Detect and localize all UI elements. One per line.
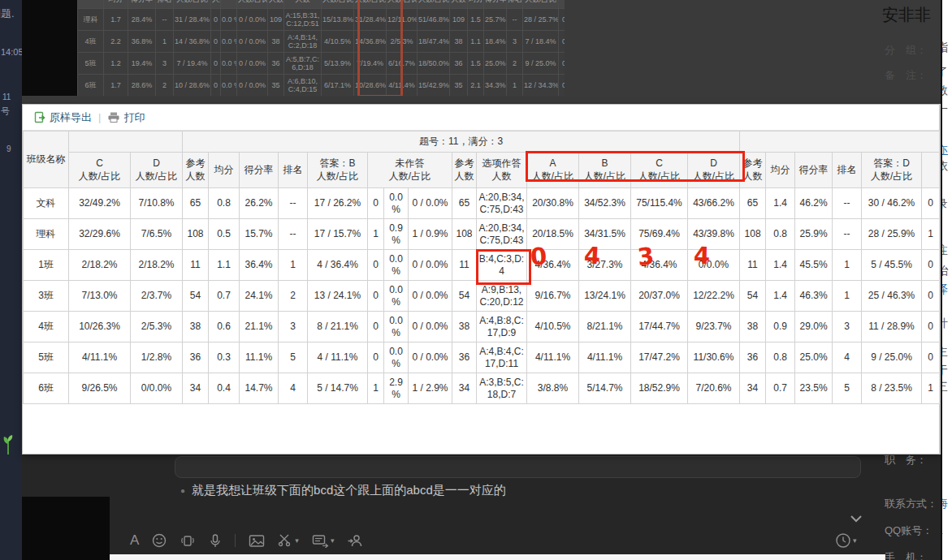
clipped-page-text[interactable]: 主 xyxy=(941,345,948,360)
bg-table-cell: 0 xyxy=(559,75,565,97)
table-cell: 9/26.5% xyxy=(69,373,131,404)
table-cell: 11 / 28.9% xyxy=(862,312,922,342)
table-cell: 36 xyxy=(740,342,766,373)
export-original-button[interactable]: 原样导出 xyxy=(29,110,97,125)
class-name-cell: 3班 xyxy=(24,281,69,312)
table-cell: 4/36.4% xyxy=(631,250,688,281)
table-cell: 0.4 xyxy=(209,373,240,404)
bg-column-header: 均分 xyxy=(468,0,484,9)
chat-message: ● 就是我想让班级下面的bcd这个跟上面的abcd是一一对应的 xyxy=(180,483,506,498)
table-row: 理科32/29.6%7/6.5%1080.515.7%--17 / 15.7%1… xyxy=(24,219,940,250)
bg-table-cell: 7/19.4% xyxy=(354,53,387,75)
clipped-page-text[interactable]: 依 xyxy=(941,159,948,174)
clipped-page-text[interactable]: 三 xyxy=(941,380,948,394)
table-cell: 17/47.2% xyxy=(631,342,688,373)
table-cell: 0 / 0.0% xyxy=(409,250,452,281)
invite-icon[interactable] xyxy=(347,533,364,548)
table-cell: 2/3.7% xyxy=(131,281,183,312)
chevron-down-icon[interactable] xyxy=(850,511,863,526)
table-cell: 21.1% xyxy=(240,312,279,342)
column-header: C 人数/占比 xyxy=(631,153,688,188)
contact-title-label: 职 务： xyxy=(885,453,927,467)
bg-table-cell: 0 xyxy=(559,9,565,31)
clipped-page-text[interactable]: 海 xyxy=(941,497,948,511)
image-icon[interactable] xyxy=(249,534,265,548)
clipped-page-text[interactable]: 泽 xyxy=(941,282,948,297)
toolbar-separator: | xyxy=(98,111,101,123)
screenshot-caret-icon[interactable]: ▾ xyxy=(295,536,299,545)
bg-column-header: 人数/占比 xyxy=(322,0,354,9)
column-header xyxy=(922,153,940,188)
table-cell: 26.2% xyxy=(240,188,279,219)
column-header: 参考 人数 xyxy=(452,153,477,188)
bg-column-header: 人数/占比 xyxy=(174,0,211,9)
window-shake-icon[interactable] xyxy=(180,533,196,548)
table-cell: A:20,B:34,C:75,D:43 xyxy=(477,188,527,219)
bg-table-cell: A:5,B:7,C:6,D:18 xyxy=(284,53,322,75)
table-cell: 9/16.7% xyxy=(527,281,579,312)
table-cell: 17/44.7% xyxy=(631,312,688,342)
clipped-page-text[interactable]: 了 xyxy=(941,65,948,80)
clipped-page-text[interactable]: 1 xyxy=(941,523,943,536)
table-cell: 1 xyxy=(922,373,940,404)
send-schedule-control[interactable]: ▾ xyxy=(835,532,857,549)
microphone-icon[interactable] xyxy=(209,533,222,549)
clipped-page-text[interactable]: 计 xyxy=(941,317,948,331)
group-header-empty xyxy=(740,131,940,153)
table-cell: 108 xyxy=(183,219,209,250)
bg-table-cell: 31 / 28.4% xyxy=(174,9,211,31)
background-report-table: 均分得分率排名人数/占比人数人数/占比人数人数人数/占比人数/占比人数/占比人数… xyxy=(77,0,565,96)
bg-table-cell: 2.1 xyxy=(468,75,484,97)
font-icon[interactable]: A xyxy=(130,532,139,549)
clipped-page-text[interactable]: 注 xyxy=(941,243,948,258)
table-cell: 9/23.7% xyxy=(688,312,740,342)
table-cell: 0.7 xyxy=(209,281,240,312)
chat-history-icon[interactable]: ▾ xyxy=(312,533,335,548)
table-cell: 4 / 36.4% xyxy=(308,250,368,281)
bg-column-header: 人数 xyxy=(211,0,221,9)
column-header: 答案：B 人数/占比 xyxy=(308,153,368,188)
message-bubble[interactable] xyxy=(175,456,861,478)
table-cell: 18/52.9% xyxy=(631,373,688,404)
table-cell: 1 / 2.9% xyxy=(409,373,452,404)
bg-table-cell: 14 / 36.8% xyxy=(174,31,211,53)
clipped-page-text[interactable]: 指 xyxy=(941,41,948,55)
bg-table-cell: 9 / 25.0% xyxy=(523,53,559,75)
table-cell: 0 xyxy=(368,312,384,342)
class-name-cell: 1班 xyxy=(24,250,69,281)
column-header: 均分 xyxy=(766,153,795,188)
table-cell: 8 / 21.1% xyxy=(308,312,368,342)
table-cell: 0.7 xyxy=(766,373,795,404)
emoji-icon[interactable] xyxy=(152,533,167,548)
toolbar-divider xyxy=(235,534,236,547)
class-name-cell: 5班 xyxy=(24,342,69,373)
table-cell: B:4,C:3,D:4 xyxy=(477,250,527,281)
bg-column-header: 均分 xyxy=(104,0,128,9)
clipped-page-text[interactable]: 于 xyxy=(941,364,948,378)
screenshot-icon[interactable]: ▾ xyxy=(278,533,299,548)
clipped-page-text[interactable]: 冶 xyxy=(941,264,948,278)
clipped-page-text[interactable]: 一 xyxy=(941,102,948,117)
popup-toolbar: 原样导出 | 打印 xyxy=(23,105,939,131)
bg-table-cell: 0 xyxy=(559,53,565,75)
clipped-page-text[interactable]: 亦 xyxy=(941,143,948,157)
bg-table-cell: 14/36.8% xyxy=(354,31,387,53)
table-cell: 0.0 % xyxy=(384,250,409,281)
bg-table-cell: 51/46.8% xyxy=(418,9,450,31)
table-cell: 4/36.4% xyxy=(527,250,579,281)
chat-message-text: 就是我想让班级下面的bcd这个跟上面的abcd是一一对应的 xyxy=(192,483,506,498)
group-header-row: 班级名称 题号：11，满分：3 xyxy=(24,131,940,153)
table-cell: 0 xyxy=(368,342,384,373)
group-header-empty xyxy=(69,131,183,153)
table-cell: 2/5.3% xyxy=(131,312,183,342)
clipped-page-text[interactable]: 教 xyxy=(941,84,948,98)
bg-column-header: 得分率 xyxy=(128,0,156,9)
clipped-page-text[interactable]: 录 xyxy=(941,197,948,212)
bg-table-cell: 0 xyxy=(559,31,565,53)
sidebar-text-fragment: 9 xyxy=(6,144,11,153)
bg-column-header: 人数/占比 xyxy=(418,0,450,9)
chat-history-caret-icon[interactable]: ▾ xyxy=(331,536,335,545)
print-button[interactable]: 打印 xyxy=(102,110,149,125)
clipped-page-text[interactable]: 1 xyxy=(941,550,943,560)
table-cell: 17 / 15.7% xyxy=(308,219,368,250)
